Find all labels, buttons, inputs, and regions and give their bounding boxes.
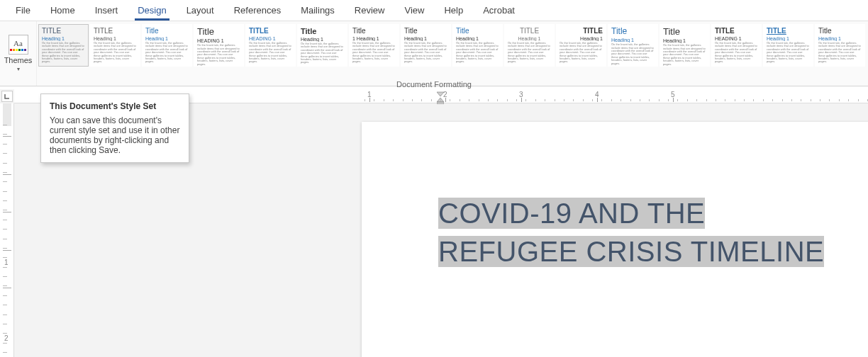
tab-selector[interactable] bbox=[1, 91, 13, 102]
style-set-card[interactable]: Title1 Heading 1On the Insert tab, the g… bbox=[349, 24, 399, 67]
themes-icon: Aa bbox=[9, 35, 28, 55]
tab-insert[interactable]: Insert bbox=[85, 1, 128, 20]
style-set-card[interactable]: TitleHeading 1On the Insert tab, the gal… bbox=[142, 24, 192, 67]
style-set-gallery: TITLEHeading 1On the Insert tab, the gal… bbox=[37, 21, 868, 86]
ruler-tick: 2 bbox=[4, 334, 9, 342]
tab-mailings[interactable]: Mailings bbox=[291, 1, 345, 20]
tab-file[interactable]: File bbox=[6, 1, 40, 20]
style-set-card[interactable]: TitleHeading 1On the Insert tab, the gal… bbox=[815, 24, 865, 67]
ruler-vertical[interactable]: 12 bbox=[0, 103, 14, 357]
style-set-card[interactable]: TITLEHeading 1On the Insert tab, the gal… bbox=[504, 24, 555, 67]
style-set-card[interactable]: TITLEHEADING 1On the Insert tab, the gal… bbox=[245, 24, 296, 67]
document-title[interactable]: COVID-19 AND THE REFUGEE CRISIS TIMELINE bbox=[438, 194, 868, 271]
tooltip-title: This Document's Style Set bbox=[50, 101, 180, 111]
document-page: COVID-19 AND THE REFUGEE CRISIS TIMELINE bbox=[362, 122, 868, 357]
style-set-card[interactable]: TitleHeading 1On the Insert tab, the gal… bbox=[297, 24, 347, 67]
tab-references[interactable]: References bbox=[224, 1, 291, 20]
svg-rect-2 bbox=[437, 102, 444, 104]
ribbon-gallery: Aa Themes ▾ TITLEHeading 1On the Insert … bbox=[0, 21, 868, 86]
styleset-tooltip: This Document's Style Set You can save t… bbox=[40, 94, 189, 163]
style-set-card[interactable]: TitleHeading 1On the Insert tab, the gal… bbox=[660, 24, 710, 67]
tab-layout[interactable]: Layout bbox=[177, 1, 224, 20]
style-set-card[interactable]: TitleHEADING 1On the Insert tab, the gal… bbox=[194, 24, 244, 67]
style-set-card[interactable]: TitleHeading 1On the Insert tab, the gal… bbox=[452, 24, 503, 67]
style-set-card[interactable]: TitleHeading 1On the Insert tab, the gal… bbox=[608, 24, 658, 67]
tab-review[interactable]: Review bbox=[345, 1, 395, 20]
tab-help[interactable]: Help bbox=[434, 1, 473, 20]
themes-label: Themes bbox=[4, 56, 33, 64]
style-set-card[interactable]: TITLEHEADING 1On the Insert tab, the gal… bbox=[711, 24, 762, 67]
tooltip-body: You can save this document's current sty… bbox=[50, 115, 180, 155]
style-set-card[interactable]: TITLEHeading 1On the Insert tab, the gal… bbox=[38, 24, 89, 67]
style-set-card[interactable]: TITLEHeading 1On the Insert tab, the gal… bbox=[90, 24, 140, 67]
tab-design[interactable]: Design bbox=[128, 1, 176, 20]
themes-button[interactable]: Aa Themes ▾ bbox=[0, 21, 37, 86]
style-set-card[interactable]: TITLEHeading 1On the Insert tab, the gal… bbox=[556, 24, 606, 67]
tab-home[interactable]: Home bbox=[40, 1, 85, 20]
tab-view[interactable]: View bbox=[394, 1, 434, 20]
tab-acrobat[interactable]: Acrobat bbox=[473, 1, 525, 20]
style-set-card[interactable]: TitleHeading 1On the Insert tab, the gal… bbox=[401, 24, 451, 67]
ribbon-tabs: FileHomeInsertDesignLayoutReferencesMail… bbox=[0, 0, 868, 21]
ruler-tick: 1 bbox=[4, 259, 9, 266]
chevron-down-icon: ▾ bbox=[17, 66, 20, 72]
style-set-card[interactable]: TITLEHeading 1On the Insert tab, the gal… bbox=[763, 24, 813, 67]
